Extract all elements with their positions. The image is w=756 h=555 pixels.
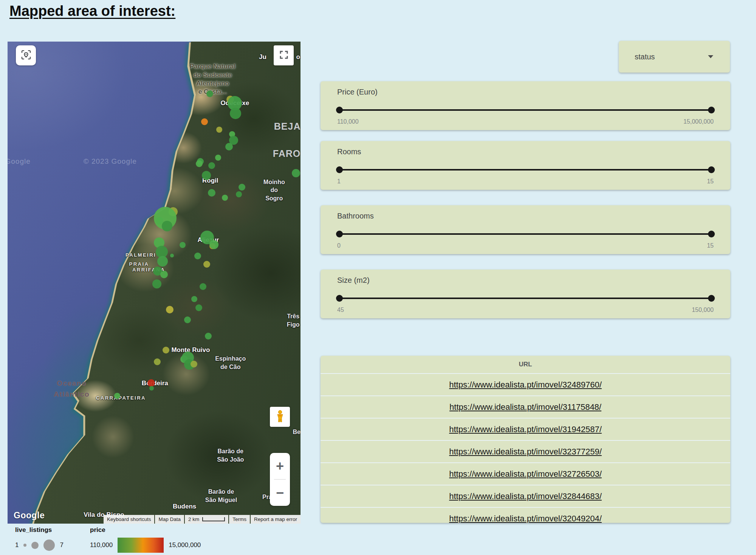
listing-marker[interactable] [200,283,206,290]
listing-marker[interactable] [157,256,168,267]
slider-card-size-m2: Size (m2)45150,000 [321,270,730,318]
listing-marker[interactable] [154,358,161,365]
legend-size-circle [23,544,26,547]
zoom-in-button[interactable]: + [274,459,286,473]
table-row: https://www.idealista.pt/imovel/32726503… [321,462,730,485]
price-gradient-bar [118,538,164,553]
range-slider[interactable] [337,231,714,237]
fullscreen-button[interactable] [274,45,294,65]
listing-marker[interactable] [191,296,197,302]
slider-handle-max[interactable] [708,295,715,302]
listing-marker[interactable] [209,240,218,249]
listing-url-link[interactable]: https://www.idealista.pt/imovel/31942587… [449,425,602,434]
listing-marker[interactable] [194,253,201,259]
url-table-header: URL [321,356,730,373]
listing-marker[interactable] [216,127,222,133]
listing-marker[interactable] [162,221,172,231]
listing-marker[interactable] [163,347,169,353]
slider-max-value: 150,000 [692,307,714,313]
listing-marker[interactable] [206,90,213,97]
legend-size-title: live_listings [15,526,64,534]
listing-marker[interactable] [236,191,242,197]
listing-marker[interactable] [225,143,233,150]
listing-marker[interactable] [222,195,228,201]
slider-card-rooms: Rooms115 [321,141,730,190]
listing-marker[interactable] [230,108,241,119]
slider-track[interactable] [339,298,712,299]
legend-size-min: 1 [15,541,19,549]
pegman-button[interactable] [270,407,290,427]
pegman-icon [275,410,285,424]
listing-url-link[interactable]: https://www.idealista.pt/imovel/32377259… [449,447,602,457]
terms-link[interactable]: Terms [229,515,250,524]
range-slider[interactable] [337,107,714,113]
slider-handle-min[interactable] [336,166,343,173]
slider-handle-max[interactable] [708,166,715,173]
listing-marker[interactable] [239,184,245,191]
zoom-control: + − [270,453,290,506]
slider-max-value: 15 [707,242,714,249]
range-slider[interactable] [337,295,714,302]
legend-live-listings: live_listings 1 7 [15,526,64,553]
listing-marker[interactable] [292,169,300,177]
table-row: https://www.idealista.pt/imovel/31175848… [321,395,730,418]
listing-marker[interactable] [208,162,215,169]
listing-marker[interactable] [114,393,120,399]
listing-marker[interactable] [208,189,215,197]
chevron-down-icon [708,55,713,58]
slider-track[interactable] [339,233,712,235]
slider-track[interactable] [339,109,712,111]
url-table: URL https://www.idealista.pt/imovel/3248… [321,356,730,523]
listing-marker[interactable] [170,254,174,257]
listing-url-link[interactable]: https://www.idealista.pt/imovel/31175848… [449,402,601,412]
listing-marker[interactable] [215,155,221,161]
listing-marker[interactable] [201,118,208,125]
listing-marker[interactable] [149,386,154,391]
listing-marker[interactable] [147,379,155,387]
slider-min-value: 110,000 [337,118,359,125]
listing-marker[interactable] [156,217,163,225]
listing-marker[interactable] [152,279,161,288]
listing-marker[interactable] [184,316,191,323]
range-slider[interactable] [337,166,714,173]
listing-marker[interactable] [196,160,203,167]
listing-marker[interactable] [160,271,168,278]
slider-track[interactable] [339,169,712,171]
legend-price-title: price [90,526,201,534]
slider-label: Size (m2) [337,276,714,285]
map-data-label-text: Map Data [158,516,181,522]
zoom-divider [274,479,286,480]
report-map-error-link-text: Report a map error [254,516,297,522]
slider-handle-max[interactable] [708,107,715,113]
zoom-out-button[interactable]: − [274,486,286,500]
slider-max-value: 15 [707,178,714,185]
listing-marker[interactable] [180,242,186,248]
my-location-button[interactable] [16,45,36,65]
map-canvas[interactable]: Parque Natural do Sudoeste Alentejano e … [8,42,301,524]
listing-marker[interactable] [203,261,210,268]
slider-handle-min[interactable] [336,295,343,302]
listing-url-link[interactable]: https://www.idealista.pt/imovel/32726503… [449,469,602,479]
listing-marker[interactable] [195,304,202,311]
listing-url-link[interactable]: https://www.idealista.pt/imovel/32844683… [449,491,602,501]
keyboard-shortcuts-link[interactable]: Keyboard shortcuts [104,515,154,524]
legend-price-min: 110,000 [90,541,113,549]
map-data-label: Map Data [155,515,184,524]
slider-handle-min[interactable] [336,107,343,113]
scale-bar-icon [202,517,225,521]
status-select[interactable]: status [619,41,730,73]
table-row: https://www.idealista.pt/imovel/32377259… [321,440,730,462]
status-select-label: status [635,53,655,61]
map-scale: 2 km [185,515,228,524]
listing-marker[interactable] [205,333,212,340]
listing-url-link[interactable]: https://www.idealista.pt/imovel/32489760… [449,380,602,390]
slider-handle-max[interactable] [708,231,715,237]
listing-marker[interactable] [166,306,174,313]
listing-marker[interactable] [202,171,211,180]
report-map-error-link[interactable]: Report a map error [251,515,301,524]
page-title: Mapped area of interest: [9,3,175,19]
listing-url-link[interactable]: https://www.idealista.pt/imovel/32049204… [449,514,602,523]
slider-handle-min[interactable] [336,231,343,237]
slider-label: Price (Euro) [337,88,714,96]
listing-marker[interactable] [191,361,197,367]
